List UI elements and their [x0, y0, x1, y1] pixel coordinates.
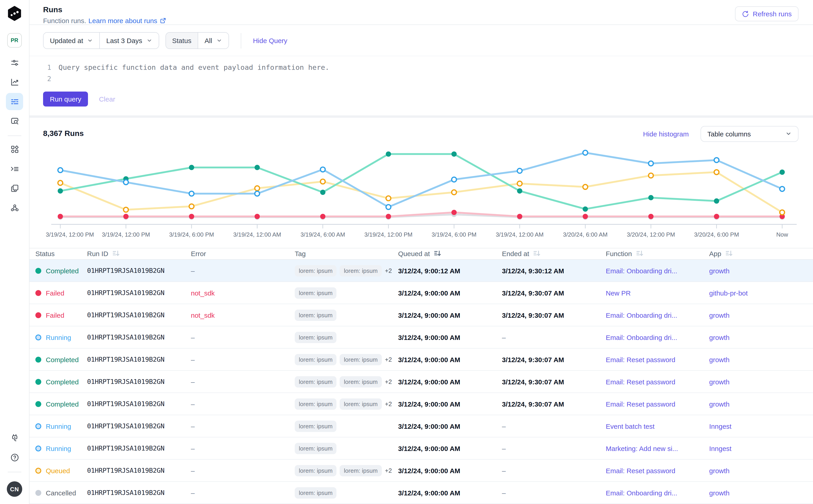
- data-point-completed[interactable]: [517, 188, 522, 194]
- data-point-completed[interactable]: [452, 151, 457, 157]
- data-point-failed[interactable]: [648, 214, 653, 219]
- status-filter-dropdown[interactable]: All: [198, 33, 228, 48]
- apps-icon[interactable]: [6, 141, 23, 158]
- data-point-failed[interactable]: [320, 214, 325, 219]
- function-link[interactable]: Email: Onboarding dri...: [606, 311, 709, 319]
- table-row[interactable]: Cancelled 01HRPT19RJSA1019B2GN – lorem: …: [29, 482, 813, 504]
- hide-histogram-link[interactable]: Hide histogram: [643, 130, 689, 138]
- app-link[interactable]: growth: [709, 267, 813, 274]
- data-point-failed[interactable]: [517, 214, 522, 219]
- data-point-completed[interactable]: [254, 165, 260, 170]
- data-point-running[interactable]: [648, 161, 653, 166]
- data-point-completed[interactable]: [648, 195, 653, 200]
- table-row[interactable]: Completed 01HRPT19RJSA1019B2GN – lorem: …: [29, 371, 813, 393]
- data-point-queued[interactable]: [189, 204, 194, 209]
- app-link[interactable]: Inngest: [709, 422, 813, 430]
- table-row[interactable]: Running 01HRPT19RJSA1019B2GN – lorem: ip…: [29, 326, 813, 349]
- time-range-dropdown[interactable]: Last 3 Days: [99, 33, 158, 48]
- data-point-failed[interactable]: [386, 214, 391, 219]
- event-search-icon[interactable]: [6, 112, 23, 130]
- tag-overflow-count[interactable]: +2: [385, 378, 392, 385]
- data-point-queued[interactable]: [517, 181, 522, 186]
- tag-overflow-count[interactable]: +2: [385, 356, 392, 363]
- app-link[interactable]: Inngest: [709, 444, 813, 452]
- function-link[interactable]: Email: Onboarding dri...: [606, 267, 709, 274]
- data-point-failed[interactable]: [714, 214, 719, 219]
- column-header-run-id[interactable]: Run ID: [87, 250, 191, 258]
- function-link[interactable]: Email: Onboarding dri...: [606, 489, 709, 497]
- app-link[interactable]: growth: [709, 467, 813, 474]
- app-link[interactable]: growth: [709, 489, 813, 497]
- data-point-queued[interactable]: [320, 179, 325, 184]
- runs-icon[interactable]: [6, 93, 23, 110]
- app-link[interactable]: github-pr-bot: [709, 289, 813, 297]
- app-link[interactable]: growth: [709, 311, 813, 319]
- app-link[interactable]: growth: [709, 356, 813, 363]
- data-point-running[interactable]: [320, 167, 325, 172]
- data-point-queued[interactable]: [386, 196, 391, 201]
- refresh-runs-button[interactable]: Refresh runs: [735, 6, 798, 21]
- function-link[interactable]: Email: Reset password: [606, 400, 709, 408]
- table-row[interactable]: Completed 01HRPT19RJSA1019B2GN – lorem: …: [29, 260, 813, 282]
- data-point-running[interactable]: [124, 180, 128, 184]
- column-header-queued-at[interactable]: Queued at: [398, 250, 502, 258]
- table-row[interactable]: Running 01HRPT19RJSA1019B2GN – lorem: ip…: [29, 437, 813, 460]
- user-avatar[interactable]: CN: [7, 481, 22, 497]
- table-row[interactable]: Queued 01HRPT19RJSA1019B2GN – lorem: ips…: [29, 460, 813, 482]
- clear-query-button[interactable]: Clear: [99, 95, 115, 103]
- query-editor[interactable]: 1 Query specific function data and event…: [29, 56, 813, 116]
- data-point-queued[interactable]: [124, 207, 128, 212]
- data-point-queued[interactable]: [648, 173, 653, 178]
- data-point-running[interactable]: [386, 205, 391, 209]
- data-point-failed[interactable]: [254, 214, 260, 219]
- data-point-completed[interactable]: [320, 190, 325, 195]
- data-point-queued[interactable]: [714, 170, 719, 174]
- integrations-plug-icon[interactable]: [6, 429, 23, 446]
- function-link[interactable]: Event batch test: [606, 422, 709, 430]
- data-point-running[interactable]: [780, 187, 784, 191]
- tag-overflow-count[interactable]: +2: [385, 467, 392, 474]
- run-query-button[interactable]: Run query: [43, 92, 88, 107]
- app-link[interactable]: growth: [709, 333, 813, 341]
- data-point-queued[interactable]: [583, 184, 588, 189]
- metrics-icon[interactable]: [6, 73, 23, 91]
- help-icon[interactable]: [6, 449, 23, 466]
- tag-overflow-count[interactable]: +2: [385, 267, 392, 274]
- function-link[interactable]: Email: Onboarding dri...: [606, 333, 709, 341]
- data-point-completed[interactable]: [779, 170, 785, 175]
- data-point-queued[interactable]: [58, 180, 63, 185]
- data-point-running[interactable]: [714, 157, 719, 162]
- table-columns-dropdown[interactable]: Table columns: [701, 126, 798, 142]
- data-point-completed[interactable]: [714, 198, 719, 204]
- table-row[interactable]: Running 01HRPT19RJSA1019B2GN – lorem: ip…: [29, 415, 813, 437]
- data-point-queued[interactable]: [452, 190, 457, 195]
- column-header-function[interactable]: Function: [606, 250, 709, 258]
- table-row[interactable]: Failed 01HRPT19RJSA1019B2GN not_sdk lore…: [29, 304, 813, 326]
- app-link[interactable]: growth: [709, 400, 813, 408]
- filters-icon[interactable]: [6, 54, 23, 71]
- column-header-ended-at[interactable]: Ended at: [502, 250, 606, 258]
- data-point-failed[interactable]: [58, 214, 63, 219]
- function-link[interactable]: New PR: [606, 289, 709, 297]
- data-point-completed[interactable]: [189, 165, 194, 170]
- table-row[interactable]: Failed 01HRPT19RJSA1019B2GN not_sdk lore…: [29, 282, 813, 304]
- data-point-running[interactable]: [583, 150, 588, 155]
- data-point-running[interactable]: [517, 168, 522, 173]
- terminal-icon[interactable]: [6, 160, 23, 177]
- data-point-queued[interactable]: [255, 186, 259, 191]
- table-row[interactable]: Completed 01HRPT19RJSA1019B2GN – lorem: …: [29, 393, 813, 415]
- time-field-dropdown[interactable]: Updated at: [44, 33, 99, 48]
- webhook-icon[interactable]: [6, 199, 23, 216]
- column-header-app[interactable]: App: [709, 250, 813, 258]
- workspace-badge[interactable]: PR: [7, 33, 22, 48]
- windows-icon[interactable]: [6, 179, 23, 197]
- data-point-failed[interactable]: [123, 214, 128, 219]
- data-point-running[interactable]: [452, 177, 457, 182]
- hide-query-link[interactable]: Hide Query: [253, 37, 287, 44]
- function-link[interactable]: Email: Reset password: [606, 356, 709, 363]
- data-point-completed[interactable]: [58, 188, 63, 194]
- data-point-queued[interactable]: [780, 210, 784, 215]
- function-link[interactable]: Email: Reset password: [606, 378, 709, 385]
- data-point-completed[interactable]: [583, 206, 588, 212]
- data-point-failed[interactable]: [452, 210, 457, 215]
